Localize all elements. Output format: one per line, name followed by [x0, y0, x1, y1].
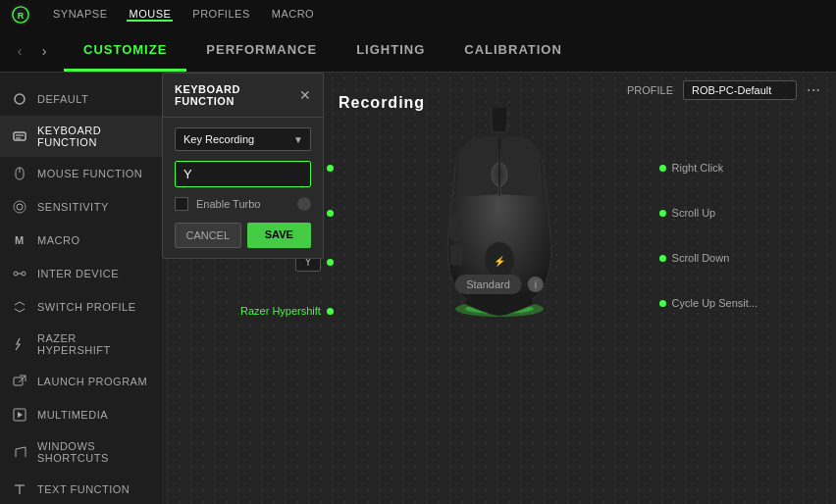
switch-profile-icon — [12, 299, 27, 315]
windows-icon — [12, 444, 27, 460]
svg-text:M: M — [15, 234, 25, 246]
sidebar-item-text-function[interactable]: TEXT FUNCTION — [0, 473, 162, 504]
top-nav: SYNAPSE MOUSE PROFILES MACRO — [51, 8, 316, 22]
profile-more-button[interactable]: ⋯ — [807, 82, 820, 98]
tab-performance[interactable]: PERFORMANCE — [186, 29, 337, 72]
razer-hypershift-dot — [327, 308, 334, 315]
sidebar-item-keyboard-function[interactable]: KEYBOARD FUNCTION — [0, 116, 162, 157]
svg-rect-24 — [450, 216, 462, 240]
nav-arrows: ‹ › — [10, 41, 54, 61]
turbo-circle — [297, 197, 311, 211]
scroll-down-dot — [659, 255, 666, 262]
sidebar-item-macro[interactable]: M MACRO — [0, 224, 162, 257]
content-area: KEYBOARD FUNCTION ✕ Key Recording ▼ Enab… — [162, 73, 836, 504]
svg-marker-16 — [18, 412, 23, 418]
keyboard-function-modal: KEYBOARD FUNCTION ✕ Key Recording ▼ Enab… — [162, 73, 324, 259]
right-click-dot — [659, 165, 666, 172]
modal-body: Key Recording ▼ Enable Turbo CANCEL SAVE — [163, 118, 323, 258]
save-button[interactable]: SAVE — [247, 223, 312, 248]
svg-point-7 — [17, 204, 23, 210]
razer-logo: R — [10, 4, 31, 25]
top-nav-macro[interactable]: MACRO — [270, 8, 316, 22]
main-content: DEFAULT KEYBOARD FUNCTION MOUSE FUNCTION… — [0, 73, 836, 504]
sensitivity-icon — [12, 199, 27, 215]
sidebar-item-multimedia[interactable]: MULTIMEDIA — [0, 398, 162, 431]
scroll-up-dot — [659, 210, 666, 217]
profile-label: PROFILE — [627, 84, 673, 96]
tab-lighting[interactable]: LIGHTING — [337, 29, 444, 72]
enable-turbo-row: Enable Turbo — [175, 197, 311, 211]
modal-buttons: CANCEL SAVE — [175, 223, 311, 248]
svg-text:⚡: ⚡ — [494, 255, 506, 268]
scroll-down-label: Scroll Down — [672, 252, 730, 264]
multimedia-icon — [12, 407, 27, 423]
top-bar: R SYNAPSE MOUSE PROFILES MACRO — [0, 0, 836, 29]
sidebar-item-mouse-function[interactable]: MOUSE FUNCTION — [0, 157, 162, 190]
right-click-label: Right Click — [672, 162, 724, 174]
mouse-function-icon — [12, 166, 27, 181]
razer-hypershift-label: Razer Hypershift — [240, 305, 321, 317]
forward-arrow[interactable]: › — [34, 41, 54, 61]
top-nav-profiles[interactable]: PROFILES — [190, 8, 251, 22]
top-nav-mouse[interactable]: MOUSE — [127, 8, 173, 22]
inter-device-icon — [12, 266, 27, 281]
y-button-dot — [327, 259, 334, 266]
svg-point-2 — [15, 94, 25, 104]
svg-point-10 — [14, 272, 18, 276]
text-function-icon — [12, 481, 27, 497]
second-nav: CUSTOMIZE PERFORMANCE LIGHTING CALIBRATI… — [64, 29, 582, 72]
sidebar-item-inter-device[interactable]: INTER DEVICE — [0, 257, 162, 290]
sidebar-item-sensitivity[interactable]: SENSITIVITY — [0, 190, 162, 224]
cycle-up-dot — [659, 300, 666, 307]
key-input-field[interactable] — [175, 161, 311, 187]
left-click-dot — [327, 165, 334, 172]
scroll-click-dot — [327, 210, 334, 217]
svg-rect-25 — [450, 245, 462, 265]
svg-rect-13 — [14, 378, 23, 385]
modal-title: KEYBOARD FUNCTION — [175, 83, 299, 107]
default-icon — [12, 91, 27, 107]
enable-turbo-label: Enable Turbo — [196, 198, 260, 210]
tab-customize[interactable]: CUSTOMIZE — [64, 29, 186, 72]
keyboard-icon — [12, 128, 27, 144]
svg-point-11 — [22, 272, 26, 276]
standard-badge: Standard i — [454, 275, 544, 294]
sidebar-item-launch-program[interactable]: LAUNCH PROGRAM — [0, 365, 162, 398]
key-recording-select[interactable]: Key Recording — [175, 127, 311, 151]
macro-icon: M — [12, 232, 27, 248]
back-arrow[interactable]: ‹ — [10, 41, 29, 61]
hypershift-icon — [12, 336, 27, 352]
profile-select[interactable]: ROB-PC-Default — [683, 80, 797, 100]
top-nav-synapse[interactable]: SYNAPSE — [51, 8, 109, 22]
launch-icon — [12, 374, 27, 389]
sidebar: DEFAULT KEYBOARD FUNCTION MOUSE FUNCTION… — [0, 73, 162, 504]
svg-rect-3 — [14, 132, 26, 140]
standard-pill[interactable]: Standard — [454, 275, 522, 294]
sidebar-item-windows-shortcuts[interactable]: WINDOWS SHORTCUTS — [0, 431, 162, 473]
sidebar-item-switch-profile[interactable]: SWITCH PROFILE — [0, 290, 162, 324]
enable-turbo-checkbox[interactable] — [175, 197, 188, 211]
cancel-button[interactable]: CANCEL — [175, 223, 241, 248]
svg-point-8 — [14, 201, 26, 213]
key-recording-select-wrapper: Key Recording ▼ — [175, 127, 311, 151]
standard-info-icon[interactable]: i — [528, 277, 544, 292]
sidebar-item-default[interactable]: DEFAULT — [0, 82, 162, 116]
sidebar-item-razer-hypershift[interactable]: RAZER HYPERSHIFT — [0, 324, 162, 365]
second-bar: ‹ › CUSTOMIZE PERFORMANCE LIGHTING CALIB… — [0, 29, 836, 73]
tab-calibration[interactable]: CALIBRATION — [444, 29, 582, 72]
svg-text:R: R — [18, 11, 25, 21]
modal-header: KEYBOARD FUNCTION ✕ — [163, 74, 323, 118]
modal-close-button[interactable]: ✕ — [299, 87, 311, 103]
cycle-up-label: Cycle Up Sensit... — [672, 297, 758, 309]
scroll-up-label: Scroll Up — [672, 207, 716, 219]
